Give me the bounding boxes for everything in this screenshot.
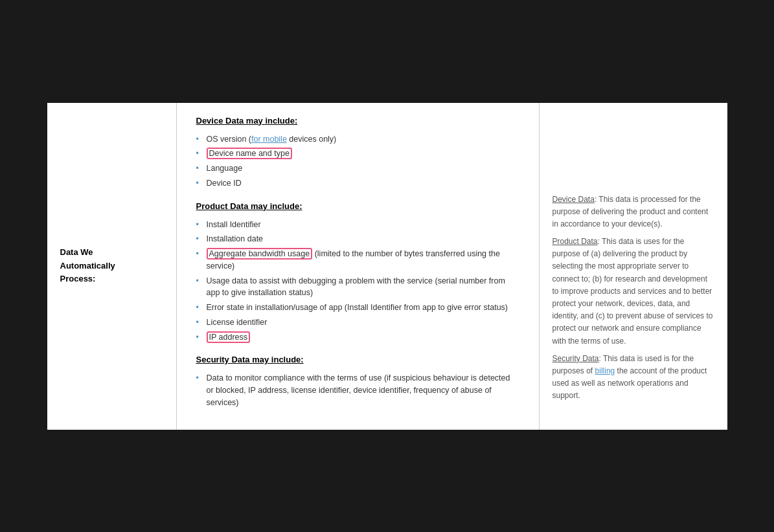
list-item: Usage data to assist with debugging a pr… (196, 274, 519, 301)
list-item: Device name and type (196, 146, 519, 161)
language-text: Language (207, 164, 243, 173)
device-data-title: Device Data may include: (196, 116, 519, 126)
list-item: OS version (for mobile devices only) (196, 132, 519, 147)
product-data-list: Install Identifier Installation date Agg… (196, 217, 519, 345)
right-device-data-para: Device Data: This data is processed for … (552, 194, 714, 231)
installation-date-text: Installation date (207, 234, 264, 243)
device-data-list: OS version (for mobile devices only) Dev… (196, 132, 519, 191)
right-column: Device Data: This data is processed for … (540, 103, 727, 430)
usage-data-text: Usage data to assist with debugging a pr… (207, 276, 505, 298)
billing-link: billing (595, 366, 615, 375)
os-version-text: OS version (for mobile devices only) (207, 135, 337, 144)
security-data-list: Data to monitor compliance with the term… (196, 371, 519, 410)
left-label: Data We Automatically Process: (60, 246, 115, 286)
error-state-text: Error state in installation/usage of app… (207, 303, 508, 312)
list-item: Error state in installation/usage of app… (196, 300, 519, 315)
product-data-title: Product Data may include: (196, 201, 519, 211)
device-id-text: Device ID (207, 179, 242, 188)
list-item: Install Identifier (196, 217, 519, 232)
right-device-data-label: Device Data (552, 195, 595, 204)
install-identifier-text: Install Identifier (207, 220, 261, 229)
right-security-data-para: Security Data: This data is used is for … (552, 353, 714, 403)
list-item: Aggregate bandwidth usage (limited to th… (196, 247, 519, 274)
ip-address-highlighted: IP address (207, 331, 251, 343)
bandwidth-usage-highlighted: Aggregate bandwidth usage (207, 248, 313, 260)
security-monitor-text: Data to monitor compliance with the term… (207, 373, 510, 407)
list-item: IP address (196, 330, 519, 345)
list-item: Installation date (196, 232, 519, 247)
list-item: License identifier (196, 315, 519, 330)
list-item: Device ID (196, 176, 519, 191)
left-column: Data We Automatically Process: (47, 103, 177, 430)
middle-column: Device Data may include: OS version (for… (177, 103, 540, 430)
page-container: Data We Automatically Process: Device Da… (47, 103, 727, 430)
right-product-data-label: Product Data (552, 237, 598, 246)
security-data-title: Security Data may include: (196, 355, 519, 364)
right-security-data-label: Security Data (552, 354, 599, 363)
mobile-link: for mobile (251, 135, 287, 144)
list-item: Data to monitor compliance with the term… (196, 371, 519, 410)
license-identifier-text: License identifier (207, 318, 267, 327)
right-device-section: Device Data: This data is processed for … (552, 194, 714, 403)
list-item: Language (196, 161, 519, 176)
right-product-data-text: : This data is uses for the purpose of (… (552, 237, 713, 346)
device-name-type-highlighted: Device name and type (207, 148, 292, 159)
right-product-data-para: Product Data: This data is uses for the … (552, 236, 714, 348)
